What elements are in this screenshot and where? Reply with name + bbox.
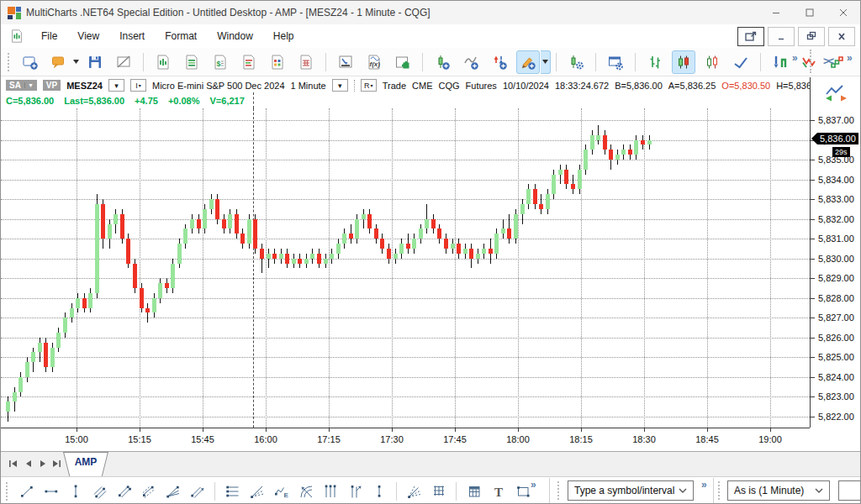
menu-insert[interactable]: Insert (109, 25, 155, 48)
drawing-toolbar-overflow-button[interactable]: » (531, 479, 536, 491)
gridline-horizontal (1, 377, 810, 378)
extended-channel-button[interactable] (188, 481, 208, 501)
parallel-channel-button[interactable] (90, 481, 110, 501)
toolbar-grip[interactable] (810, 50, 814, 73)
chart-scroll-icon[interactable] (824, 84, 849, 108)
restore-window-button[interactable] (798, 27, 825, 46)
candle-body (412, 239, 416, 249)
price-label-button[interactable] (464, 481, 484, 501)
fib-retracement-button[interactable] (223, 481, 243, 501)
save-desktop-button[interactable] (83, 50, 107, 74)
draw-tool-button[interactable] (516, 50, 540, 74)
previous-tab-button[interactable] (21, 456, 34, 471)
cycle-lines-button[interactable] (345, 481, 365, 501)
first-tab-button[interactable] (6, 456, 19, 471)
data-grid-button[interactable] (294, 50, 318, 74)
candle-body (177, 244, 182, 264)
menu-help[interactable]: Help (263, 25, 304, 48)
resolution-combobox[interactable]: As is (1 Minute) (727, 480, 830, 501)
style-point-figure-button[interactable] (797, 50, 821, 74)
toolbar2-overflow-button[interactable]: » (847, 52, 853, 64)
minimize-button[interactable] (759, 1, 793, 24)
collapse-toolbars-button[interactable]: >< (823, 55, 832, 67)
drawing-toolbar-grip[interactable] (6, 482, 10, 501)
multicharts-window: MultiCharts .NET64 Special Edition - Unt… (0, 0, 861, 504)
symbol-dropdown-button[interactable]: ▾ (108, 79, 124, 92)
close-button[interactable] (827, 1, 860, 24)
draw-tool-dropdown[interactable] (541, 50, 551, 74)
regression-channel-button[interactable] (139, 481, 159, 501)
style-hollow-candles-button[interactable] (700, 50, 724, 74)
insert-study-button[interactable] (459, 50, 483, 74)
candle-body (394, 254, 398, 259)
insert-signal-button[interactable] (488, 50, 511, 74)
hide-window-button[interactable] (112, 50, 135, 74)
workspace-tab-label: AMP (61, 456, 110, 468)
format-study-button[interactable] (564, 50, 588, 74)
time-and-sales-button[interactable]: $ (209, 50, 232, 74)
text-tool-button[interactable]: T (489, 481, 509, 501)
script-editor-button[interactable]: f(x) (362, 50, 386, 74)
gann-fan-button[interactable] (404, 481, 425, 501)
fib-time-zones-button[interactable] (320, 481, 341, 501)
resolution-dropdown-button[interactable]: ▾ (332, 79, 348, 92)
time-axis[interactable]: 15:0015:1515:4516:0017:1517:3017:4518:00… (1, 428, 810, 451)
parallel-lines-button[interactable] (114, 481, 135, 501)
resolution-combo-grip[interactable] (718, 481, 722, 500)
rectangle-button[interactable] (513, 481, 533, 501)
instrument-dropdown-button[interactable]: I▾ (130, 79, 146, 92)
chart-window-button[interactable] (151, 50, 175, 74)
candle-body (253, 219, 257, 249)
vp-button[interactable]: VP (43, 80, 61, 91)
plugin-window-button[interactable] (391, 50, 415, 74)
candle-body (330, 254, 334, 259)
price-axis[interactable]: 5,822.005,823.005,824.005,825.005,826.00… (810, 77, 861, 428)
menu-view[interactable]: View (67, 25, 109, 48)
annotation-dropdown[interactable] (71, 51, 81, 73)
market-scanner-button[interactable] (266, 50, 289, 74)
symbol-interval-combobox[interactable]: Type a symbol/interval (568, 480, 694, 501)
maximize-button[interactable] (793, 1, 827, 24)
fib-retracement-icon (225, 484, 240, 499)
new-chart-window-button[interactable] (18, 50, 42, 74)
format-window-button[interactable] (604, 50, 627, 74)
chart-trading-panel-button[interactable] (334, 50, 357, 74)
trend-line-button[interactable] (17, 481, 37, 501)
chart-plot-area[interactable] (1, 108, 810, 428)
vertical-line-button[interactable] (66, 481, 86, 501)
toolbar-overflow-button[interactable]: » (792, 52, 798, 64)
menu-window[interactable]: Window (207, 25, 263, 48)
account-selector-button[interactable]: SA▼ (6, 80, 37, 91)
andrews-pitchfork-button[interactable] (163, 481, 183, 501)
symbol-combo-grip[interactable] (557, 481, 562, 500)
toolbar-grip[interactable] (8, 53, 12, 71)
style-line-button[interactable] (729, 50, 753, 74)
market-depth-button[interactable] (237, 50, 261, 74)
annotation-button[interactable] (47, 50, 71, 74)
detach-window-button[interactable] (737, 27, 764, 46)
style-bars-button[interactable] (643, 50, 667, 74)
time-tick-label: 17:15 (317, 434, 341, 444)
style-candles-button[interactable] (672, 50, 695, 74)
horizontal-line-button[interactable] (41, 481, 61, 501)
menu-file[interactable]: File (31, 25, 67, 48)
close-window-button[interactable] (828, 27, 855, 46)
fib-arcs-button[interactable] (296, 481, 316, 501)
partial-combobox[interactable] (838, 480, 861, 501)
time-tick-label: 18:45 (695, 434, 719, 444)
style-kagi-button[interactable] (769, 50, 792, 74)
workspace-tab-amp[interactable]: AMP (61, 452, 110, 476)
insert-instrument-button[interactable] (430, 50, 454, 74)
elliott-wave-button[interactable]: E (272, 481, 292, 501)
candle-body (546, 194, 550, 209)
minimize-window-button[interactable] (768, 27, 795, 46)
symbol-combo-overflow-button[interactable]: » (701, 479, 707, 491)
gann-grid-button[interactable] (429, 481, 449, 501)
next-tab-button[interactable] (36, 456, 50, 471)
menu-format[interactable]: Format (155, 25, 207, 48)
data-series-dropdown-button[interactable]: R▾ (361, 79, 377, 92)
candle-body (374, 228, 378, 239)
quote-board-button[interactable] (180, 50, 203, 74)
vertical-segment-button[interactable] (369, 481, 389, 501)
fib-fan-button[interactable] (247, 481, 267, 501)
